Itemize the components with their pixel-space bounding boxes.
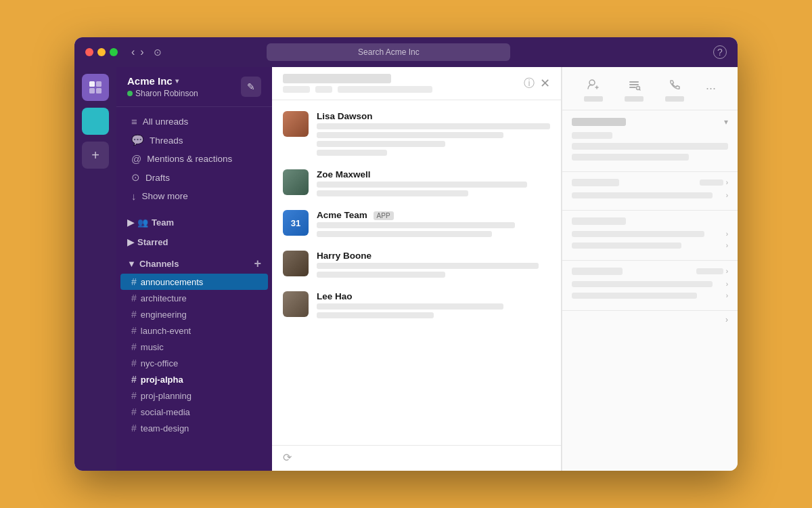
traffic-lights — [85, 48, 118, 56]
close-button[interactable] — [85, 48, 93, 56]
row-chevron-icon[interactable]: › — [726, 292, 728, 299]
team-icon: 👥 — [137, 217, 148, 228]
workspace-name[interactable]: Acme Inc ▾ — [127, 75, 198, 87]
sidebar-item-drafts[interactable]: ⊙ Drafts — [120, 168, 268, 187]
svg-rect-1 — [96, 81, 102, 87]
workspace-icon-secondary[interactable] — [82, 108, 109, 135]
message-line — [317, 190, 468, 196]
channel-item-announcements[interactable]: # announcements — [120, 274, 268, 290]
channel-hash-icon: # — [131, 390, 137, 401]
workspace-icon-primary[interactable] — [82, 74, 109, 101]
section-title: › — [572, 179, 728, 186]
starred-section-header[interactable]: ▶ Starred — [116, 234, 272, 250]
forward-button[interactable]: › — [140, 46, 143, 58]
channel-header: ⓘ ✕ — [272, 67, 561, 100]
row-chevron-icon[interactable]: › — [726, 242, 728, 249]
sidebar-item-threads[interactable]: 💬 Threads — [120, 131, 268, 150]
collapse-icon: ▶ — [127, 217, 134, 228]
right-panel-row: › — [572, 242, 728, 249]
message-list: ⓘ ✕ Lisa Dawson — [272, 67, 562, 471]
section-chevron-icon[interactable]: › — [726, 268, 728, 275]
sidebar-nav: ≡ All unreads 💬 Threads @ Mentions & rea… — [116, 107, 272, 211]
row-chevron-icon[interactable]: › — [726, 280, 728, 288]
section-chevron-icon[interactable]: › — [726, 179, 728, 186]
channel-hash-icon: # — [131, 276, 137, 287]
threads-icon: 💬 — [131, 134, 144, 146]
channel-item-launch-event[interactable]: # launch-event — [120, 322, 268, 339]
avatar — [283, 169, 309, 195]
close-panel-button[interactable]: ✕ — [540, 76, 550, 91]
channel-item-architecture[interactable]: # architecture — [120, 290, 268, 306]
back-button[interactable]: ‹ — [131, 46, 135, 58]
channel-item-proj-planning[interactable]: # proj-planning — [120, 387, 268, 404]
svg-rect-6 — [629, 84, 639, 85]
message-line — [317, 132, 503, 138]
status-dot — [127, 91, 133, 96]
more-actions-button[interactable]: ··· — [706, 81, 716, 96]
message-item[interactable]: 31 Acme Team APP — [272, 205, 561, 245]
section-chevron-icon[interactable]: ▾ — [724, 117, 728, 127]
sender-name: Lee Hao — [317, 291, 550, 301]
drafts-icon: ⊙ — [131, 171, 140, 184]
call-button[interactable] — [665, 75, 684, 102]
message-content: Harry Boone — [317, 251, 550, 280]
messages-scroll[interactable]: Lisa Dawson Zoe Maxwell — [272, 100, 561, 445]
message-item[interactable]: Zoe Maxwell — [272, 164, 561, 205]
channel-item-music[interactable]: # music — [120, 339, 268, 355]
row-chevron-icon[interactable]: › — [726, 230, 728, 238]
channel-item-proj-alpha[interactable]: # proj-alpha — [120, 371, 268, 387]
message-item[interactable]: Lisa Dawson — [272, 106, 561, 164]
sidebar-item-show-more[interactable]: ↓ Show more — [120, 187, 268, 205]
sidebar-item-all-unreads[interactable]: ≡ All unreads — [120, 112, 268, 131]
add-member-button[interactable] — [584, 75, 603, 102]
right-panel-row — [572, 154, 728, 161]
channel-hash-icon: # — [131, 423, 137, 433]
channel-label: architecture — [141, 293, 187, 303]
navigation-arrows: ‹ › — [131, 46, 144, 58]
right-panel-section-3: › › — [562, 211, 738, 261]
sidebar-item-label: Threads — [150, 135, 183, 146]
message-line — [317, 231, 492, 237]
help-button[interactable]: ? — [713, 45, 727, 59]
scroll-down-icon: › — [725, 315, 728, 324]
message-item[interactable]: Lee Hao — [272, 286, 561, 326]
team-section: ▶ 👥 Team — [116, 215, 272, 230]
channel-hash-icon: # — [131, 358, 137, 368]
sidebar-item-label: Mentions & reactions — [147, 154, 232, 164]
avatar — [283, 111, 309, 137]
team-section-header[interactable]: ▶ 👥 Team — [116, 215, 272, 230]
channel-label: proj-alpha — [141, 375, 183, 385]
add-channel-button[interactable]: + — [254, 257, 261, 271]
channel-item-team-design[interactable]: # team-design — [120, 420, 268, 436]
minimize-button[interactable] — [97, 48, 106, 56]
section-title: › — [572, 268, 728, 275]
app-badge: APP — [374, 211, 394, 220]
channel-item-social-media[interactable]: # social-media — [120, 404, 268, 420]
section-title — [572, 217, 728, 225]
channel-item-engineering[interactable]: # engineering — [120, 306, 268, 322]
channel-hash-icon: # — [131, 325, 137, 336]
channels-collapse-icon: ▼ — [127, 259, 136, 269]
message-line — [317, 312, 434, 318]
search-messages-button[interactable] — [625, 75, 644, 102]
app-window: ‹ › ⊙ Search Acme Inc ? + — [74, 37, 738, 471]
channel-item-nyc-office[interactable]: # nyc-office — [120, 355, 268, 371]
channel-hash-icon: # — [131, 406, 137, 417]
info-icon[interactable]: ⓘ — [524, 77, 535, 91]
search-bar[interactable]: Search Acme Inc — [267, 43, 510, 61]
channels-section-header[interactable]: ▼ Channels + — [116, 254, 272, 274]
message-item[interactable]: Harry Boone — [272, 245, 561, 286]
message-line — [317, 141, 445, 147]
channel-label: music — [141, 342, 164, 352]
compose-button[interactable]: ✎ — [241, 77, 261, 97]
right-panel-row: › — [572, 292, 728, 299]
fullscreen-button[interactable] — [110, 48, 118, 56]
sidebar-item-label: All unreads — [143, 117, 189, 127]
compose-icon: ⟳ — [283, 452, 292, 463]
add-workspace-button[interactable]: + — [82, 142, 109, 169]
message-line — [317, 222, 515, 228]
sidebar-item-mentions[interactable]: @ Mentions & reactions — [120, 150, 268, 168]
channel-description — [283, 86, 432, 93]
row-chevron-icon[interactable]: › — [726, 192, 728, 199]
right-panel-row: › — [572, 192, 728, 199]
